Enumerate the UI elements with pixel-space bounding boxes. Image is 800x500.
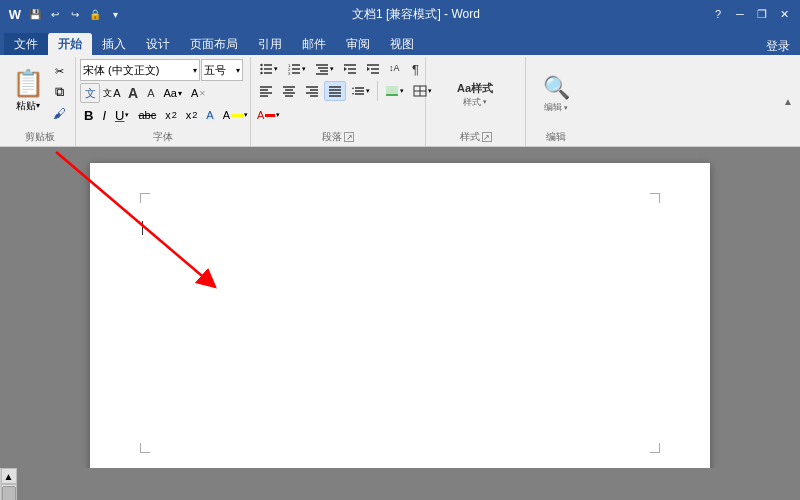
shading-button[interactable]: ▾ xyxy=(381,81,408,101)
styles-dialog-launcher[interactable]: ↗ xyxy=(482,132,492,142)
format-painter-button[interactable]: 🖌 xyxy=(48,103,70,123)
clear-format-button[interactable]: A✕ xyxy=(187,83,210,103)
editing-group-label: 编辑 xyxy=(526,130,586,144)
document-scroll-area[interactable] xyxy=(0,147,800,468)
clipboard-group: 📋 粘贴▾ ✂ ⧉ 🖌 剪贴板 xyxy=(4,57,76,146)
styles-icon: Aa样式 xyxy=(457,81,493,96)
corner-mark-tr xyxy=(650,193,660,203)
svg-text:3.: 3. xyxy=(288,71,291,76)
styles-button[interactable]: Aa样式 样式 ▾ xyxy=(430,63,520,127)
tab-file[interactable]: 文件 xyxy=(4,33,48,55)
wubi-button[interactable]: 文 xyxy=(80,83,100,103)
sort-button[interactable]: ↕A xyxy=(385,59,407,79)
paste-button[interactable]: 📋 粘贴▾ xyxy=(8,59,48,121)
svg-text:↕A: ↕A xyxy=(389,63,400,73)
font-size-selector[interactable]: 五号 ▾ xyxy=(201,59,243,81)
copy-button[interactable]: ⧉ xyxy=(48,82,70,102)
svg-marker-19 xyxy=(344,67,347,71)
editing-group-label-text: 编辑 xyxy=(546,131,566,142)
corner-mark-bl xyxy=(140,443,150,453)
styles-label: 样式 ▾ xyxy=(463,96,487,109)
quick-access-toolbar: W 💾 ↩ ↪ 🔒 ▾ xyxy=(6,5,124,23)
line-spacing-button[interactable]: ▾ xyxy=(347,81,374,101)
svg-marker-23 xyxy=(367,67,370,71)
editing-button[interactable]: 🔍 编辑 ▾ xyxy=(530,63,582,127)
svg-marker-45 xyxy=(352,93,354,95)
superscript-button[interactable]: x2 xyxy=(182,105,202,125)
window-title: 文档1 [兼容模式] - Word xyxy=(124,6,708,23)
phonetic-button[interactable]: 文 A xyxy=(101,83,123,103)
paste-icon: 📋 xyxy=(12,68,44,99)
bullets-button[interactable]: ▾ xyxy=(255,59,282,79)
main-area: ▲ ▼ xyxy=(0,147,800,500)
show-formatting-button[interactable]: ¶ xyxy=(408,59,423,79)
restore-button[interactable]: ❐ xyxy=(752,4,772,24)
tab-home[interactable]: 开始 xyxy=(48,33,92,55)
ribbon-toolbar: 📋 粘贴▾ ✂ ⧉ 🖌 剪贴板 宋体 (中文正文) ▾ xyxy=(0,55,800,147)
paragraph-dialog-launcher[interactable]: ↗ xyxy=(344,132,354,142)
undo-button[interactable]: ↩ xyxy=(46,5,64,23)
highlight-button[interactable]: A ▾ xyxy=(219,105,252,125)
tab-mailings[interactable]: 邮件 xyxy=(292,33,336,55)
editing-group: 🔍 编辑 ▾ 编辑 xyxy=(526,57,586,146)
redo-button[interactable]: ↪ xyxy=(66,5,84,23)
clipboard-small-buttons: ✂ ⧉ 🖌 xyxy=(48,59,70,123)
tab-insert[interactable]: 插入 xyxy=(92,33,136,55)
cut-button[interactable]: ✂ xyxy=(48,61,70,81)
font-name-dropdown-icon: ▾ xyxy=(193,66,197,75)
italic-button[interactable]: I xyxy=(98,105,110,125)
shrink-font-button[interactable]: A xyxy=(143,83,158,103)
text-cursor xyxy=(142,221,143,235)
strikethrough-button[interactable]: abc xyxy=(134,105,160,125)
tab-design[interactable]: 设计 xyxy=(136,33,180,55)
svg-point-5 xyxy=(260,72,262,74)
decrease-indent-button[interactable] xyxy=(339,59,361,79)
vertical-scrollbar[interactable]: ▲ ▼ xyxy=(0,468,16,500)
align-right-button[interactable] xyxy=(301,81,323,101)
svg-rect-47 xyxy=(386,94,398,96)
svg-point-3 xyxy=(260,64,262,66)
font-name-selector[interactable]: 宋体 (中文正文) ▾ xyxy=(80,59,200,81)
font-group: 宋体 (中文正文) ▾ 五号 ▾ 文 文 A A A Aa▾ A✕ xyxy=(76,57,251,146)
bold-button[interactable]: B xyxy=(80,105,97,125)
svg-marker-44 xyxy=(352,87,354,89)
tab-page-layout[interactable]: 页面布局 xyxy=(180,33,248,55)
close-button[interactable]: ✕ xyxy=(774,4,794,24)
document-page[interactable] xyxy=(90,163,710,468)
text-effect-button[interactable]: A xyxy=(202,105,217,125)
help-button[interactable]: ? xyxy=(708,4,728,24)
tab-view[interactable]: 视图 xyxy=(380,33,424,55)
title-bar: W 💾 ↩ ↪ 🔒 ▾ 文档1 [兼容模式] - Word ? ─ ❐ ✕ xyxy=(0,0,800,28)
numbering-button[interactable]: 1.2.3. ▾ xyxy=(283,59,310,79)
ribbon-expand-button[interactable]: ▲ xyxy=(780,57,796,146)
increase-indent-button[interactable] xyxy=(362,59,384,79)
tab-references[interactable]: 引用 xyxy=(248,33,292,55)
paste-label: 粘贴▾ xyxy=(16,99,40,113)
custom-qat-button[interactable]: ▾ xyxy=(106,5,124,23)
change-case-button[interactable]: Aa▾ xyxy=(159,83,185,103)
align-left-button[interactable] xyxy=(255,81,277,101)
font-size-value: 五号 xyxy=(204,63,226,78)
underline-button[interactable]: U ▾ xyxy=(111,105,133,125)
login-button[interactable]: 登录 xyxy=(756,38,800,55)
title-left: W 💾 ↩ ↪ 🔒 ▾ xyxy=(6,5,124,23)
multilevel-button[interactable]: ▾ xyxy=(311,59,338,79)
tab-review[interactable]: 审阅 xyxy=(336,33,380,55)
justify-button[interactable] xyxy=(324,81,346,101)
ribbon-tab-bar: 文件 开始 插入 设计 页面布局 引用 邮件 审阅 视图 登录 xyxy=(0,28,800,55)
subscript-button[interactable]: x2 xyxy=(161,105,181,125)
minimize-button[interactable]: ─ xyxy=(730,4,750,24)
svg-point-4 xyxy=(260,68,262,70)
scroll-up-button[interactable]: ▲ xyxy=(1,468,17,484)
word-logo: W xyxy=(6,5,24,23)
lock-icon: 🔒 xyxy=(86,5,104,23)
grow-font-button[interactable]: A xyxy=(124,83,142,103)
font-name-value: 宋体 (中文正文) xyxy=(83,63,159,78)
paragraph-label: 段落 ↗ xyxy=(251,130,425,144)
font-size-dropdown-icon: ▾ xyxy=(236,66,240,75)
save-button[interactable]: 💾 xyxy=(26,5,44,23)
align-center-button[interactable] xyxy=(278,81,300,101)
title-controls: ? ─ ❐ ✕ xyxy=(708,4,794,24)
scroll-thumb[interactable] xyxy=(2,486,16,500)
styles-group-label-text: 样式 xyxy=(460,130,480,144)
